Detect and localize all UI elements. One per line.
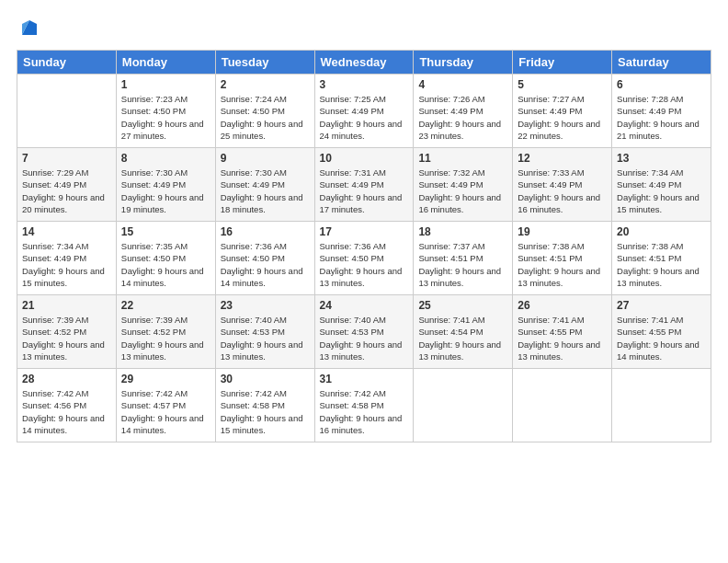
day-number: 3 [320, 78, 409, 91]
day-number: 12 [518, 152, 607, 165]
day-number: 6 [617, 78, 706, 91]
cell-1-5: 12Sunrise: 7:33 AMSunset: 4:49 PMDayligh… [513, 148, 612, 222]
day-number: 20 [617, 225, 706, 238]
cell-3-5: 26Sunrise: 7:41 AMSunset: 4:55 PMDayligh… [513, 295, 612, 369]
day-number: 16 [221, 225, 310, 238]
day-info: Sunrise: 7:41 AMSunset: 4:55 PMDaylight:… [617, 314, 706, 362]
day-info: Sunrise: 7:34 AMSunset: 4:49 PMDaylight:… [617, 167, 706, 215]
cell-4-4 [414, 369, 513, 442]
day-info: Sunrise: 7:42 AMSunset: 4:58 PMDaylight:… [221, 387, 310, 436]
day-info: Sunrise: 7:39 AMSunset: 4:52 PMDaylight:… [22, 314, 111, 362]
week-row-3: 21Sunrise: 7:39 AMSunset: 4:52 PMDayligh… [17, 295, 711, 369]
day-number: 8 [121, 152, 210, 165]
day-number: 1 [121, 78, 210, 91]
week-row-2: 14Sunrise: 7:34 AMSunset: 4:49 PMDayligh… [17, 222, 711, 295]
cell-1-1: 8Sunrise: 7:30 AMSunset: 4:49 PMDaylight… [116, 148, 215, 222]
cell-4-6 [612, 369, 711, 442]
header [17, 17, 711, 39]
day-number: 10 [320, 152, 409, 165]
week-row-1: 7Sunrise: 7:29 AMSunset: 4:49 PMDaylight… [17, 148, 711, 222]
day-info: Sunrise: 7:42 AMSunset: 4:56 PMDaylight:… [22, 387, 111, 436]
day-number: 26 [518, 299, 607, 312]
cell-0-0 [17, 75, 117, 148]
day-info: Sunrise: 7:33 AMSunset: 4:49 PMDaylight:… [518, 167, 607, 215]
day-info: Sunrise: 7:31 AMSunset: 4:49 PMDaylight:… [320, 167, 409, 215]
cell-2-2: 16Sunrise: 7:36 AMSunset: 4:50 PMDayligh… [215, 222, 314, 295]
cell-1-2: 9Sunrise: 7:30 AMSunset: 4:49 PMDaylight… [215, 148, 314, 222]
cell-2-3: 17Sunrise: 7:36 AMSunset: 4:50 PMDayligh… [314, 222, 414, 295]
header-row: SundayMondayTuesdayWednesdayThursdayFrid… [17, 51, 711, 75]
day-info: Sunrise: 7:34 AMSunset: 4:49 PMDaylight:… [22, 240, 111, 289]
cell-3-1: 22Sunrise: 7:39 AMSunset: 4:52 PMDayligh… [116, 295, 215, 369]
day-number: 21 [22, 299, 111, 312]
day-info: Sunrise: 7:41 AMSunset: 4:55 PMDaylight:… [518, 314, 607, 362]
day-info: Sunrise: 7:25 AMSunset: 4:49 PMDaylight:… [320, 93, 409, 142]
cell-0-5: 5Sunrise: 7:27 AMSunset: 4:49 PMDaylight… [513, 75, 612, 148]
cell-0-1: 1Sunrise: 7:23 AMSunset: 4:50 PMDaylight… [116, 75, 215, 148]
day-info: Sunrise: 7:40 AMSunset: 4:53 PMDaylight:… [320, 314, 409, 362]
cell-4-1: 29Sunrise: 7:42 AMSunset: 4:57 PMDayligh… [116, 369, 215, 442]
cell-4-3: 31Sunrise: 7:42 AMSunset: 4:58 PMDayligh… [314, 369, 414, 442]
cell-3-6: 27Sunrise: 7:41 AMSunset: 4:55 PMDayligh… [612, 295, 711, 369]
cell-2-4: 18Sunrise: 7:37 AMSunset: 4:51 PMDayligh… [414, 222, 513, 295]
day-number: 31 [320, 373, 409, 385]
day-info: Sunrise: 7:36 AMSunset: 4:50 PMDaylight:… [320, 240, 409, 289]
day-number: 29 [121, 373, 210, 385]
day-info: Sunrise: 7:28 AMSunset: 4:49 PMDaylight:… [617, 93, 706, 142]
header-friday: Friday [513, 51, 612, 75]
day-number: 24 [320, 299, 409, 312]
day-info: Sunrise: 7:40 AMSunset: 4:53 PMDaylight:… [221, 314, 310, 362]
week-row-0: 1Sunrise: 7:23 AMSunset: 4:50 PMDaylight… [17, 75, 711, 148]
cell-0-6: 6Sunrise: 7:28 AMSunset: 4:49 PMDaylight… [612, 75, 711, 148]
week-row-4: 28Sunrise: 7:42 AMSunset: 4:56 PMDayligh… [17, 369, 711, 442]
day-info: Sunrise: 7:23 AMSunset: 4:50 PMDaylight:… [121, 93, 210, 142]
header-wednesday: Wednesday [314, 51, 414, 75]
header-thursday: Thursday [414, 51, 513, 75]
day-number: 2 [221, 78, 310, 91]
header-saturday: Saturday [612, 51, 711, 75]
day-number: 18 [418, 225, 507, 238]
cell-2-6: 20Sunrise: 7:38 AMSunset: 4:51 PMDayligh… [612, 222, 711, 295]
cell-1-4: 11Sunrise: 7:32 AMSunset: 4:49 PMDayligh… [414, 148, 513, 222]
cell-3-4: 25Sunrise: 7:41 AMSunset: 4:54 PMDayligh… [414, 295, 513, 369]
logo [17, 17, 40, 39]
cell-1-0: 7Sunrise: 7:29 AMSunset: 4:49 PMDaylight… [17, 148, 117, 222]
day-number: 7 [22, 152, 111, 165]
header-monday: Monday [116, 51, 215, 75]
day-number: 11 [418, 152, 507, 165]
cell-2-5: 19Sunrise: 7:38 AMSunset: 4:51 PMDayligh… [513, 222, 612, 295]
cell-2-0: 14Sunrise: 7:34 AMSunset: 4:49 PMDayligh… [17, 222, 117, 295]
cell-4-5 [513, 369, 612, 442]
cell-1-6: 13Sunrise: 7:34 AMSunset: 4:49 PMDayligh… [612, 148, 711, 222]
day-number: 14 [22, 225, 111, 238]
day-number: 15 [121, 225, 210, 238]
day-number: 23 [221, 299, 310, 312]
cell-0-3: 3Sunrise: 7:25 AMSunset: 4:49 PMDaylight… [314, 75, 414, 148]
logo-icon [18, 17, 40, 39]
day-number: 9 [221, 152, 310, 165]
day-number: 22 [121, 299, 210, 312]
header-sunday: Sunday [17, 51, 117, 75]
cell-1-3: 10Sunrise: 7:31 AMSunset: 4:49 PMDayligh… [314, 148, 414, 222]
day-info: Sunrise: 7:38 AMSunset: 4:51 PMDaylight:… [617, 240, 706, 289]
day-info: Sunrise: 7:37 AMSunset: 4:51 PMDaylight:… [418, 240, 507, 289]
day-number: 25 [418, 299, 507, 312]
cell-3-0: 21Sunrise: 7:39 AMSunset: 4:52 PMDayligh… [17, 295, 117, 369]
day-number: 17 [320, 225, 409, 238]
day-number: 28 [22, 373, 111, 385]
day-info: Sunrise: 7:42 AMSunset: 4:58 PMDaylight:… [320, 387, 409, 436]
calendar-table: SundayMondayTuesdayWednesdayThursdayFrid… [17, 50, 711, 442]
day-info: Sunrise: 7:29 AMSunset: 4:49 PMDaylight:… [22, 167, 111, 215]
cell-3-2: 23Sunrise: 7:40 AMSunset: 4:53 PMDayligh… [215, 295, 314, 369]
header-tuesday: Tuesday [215, 51, 314, 75]
day-info: Sunrise: 7:38 AMSunset: 4:51 PMDaylight:… [518, 240, 607, 289]
cell-0-2: 2Sunrise: 7:24 AMSunset: 4:50 PMDaylight… [215, 75, 314, 148]
day-number: 13 [617, 152, 706, 165]
day-info: Sunrise: 7:27 AMSunset: 4:49 PMDaylight:… [518, 93, 607, 142]
day-info: Sunrise: 7:39 AMSunset: 4:52 PMDaylight:… [121, 314, 210, 362]
day-number: 5 [518, 78, 607, 91]
day-info: Sunrise: 7:32 AMSunset: 4:49 PMDaylight:… [418, 167, 507, 215]
day-info: Sunrise: 7:41 AMSunset: 4:54 PMDaylight:… [418, 314, 507, 362]
day-number: 19 [518, 225, 607, 238]
day-info: Sunrise: 7:30 AMSunset: 4:49 PMDaylight:… [121, 167, 210, 215]
